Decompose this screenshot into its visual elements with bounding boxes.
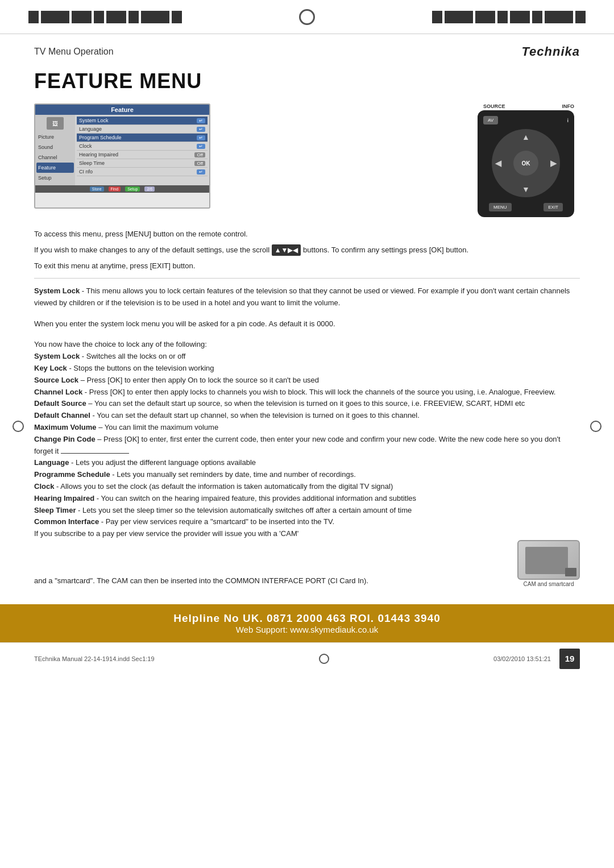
remote-up-arrow[interactable]: ▲: [522, 132, 530, 142]
cam-image-col: CAM and smartcard: [517, 540, 580, 587]
menu-row-cinfo: CI nfo ↵: [77, 168, 208, 176]
btn-setup: Setup: [125, 186, 140, 192]
item-pin-code: When you enter the system lock menu you …: [34, 318, 580, 330]
item-system-lock-desc: System Lock - This menu allows you to lo…: [34, 285, 580, 309]
cam-card-chip: [525, 547, 568, 574]
tv-menu-screenshot: Feature 🖼 Picture Sound Channel Feature …: [34, 103, 210, 209]
sidebar-feature: Feature: [36, 163, 74, 173]
remote-nav-ring: OK ▲ ▼ ◀ ▶: [492, 129, 560, 197]
item-system-lock-sub: System Lock - Switches all the locks on …: [34, 351, 580, 363]
footer-bar: Helpline No UK. 0871 2000 463 ROI. 01443…: [0, 604, 614, 642]
bar-block-r6: [532, 11, 542, 23]
cam-row: and a "smartcard". The CAM can then be i…: [34, 540, 580, 587]
sidebar-channel: Channel: [36, 152, 74, 163]
menu-row-programschedule: Program Schedule ↵: [77, 134, 208, 142]
page-title: FEATURE MENU: [0, 64, 614, 103]
sidebar-setup: Setup: [36, 173, 74, 183]
bottom-reg-mark: [319, 654, 329, 664]
bar-block-8: [172, 11, 182, 23]
item-source-lock: Source Lock – Press [OK] to enter then a…: [34, 375, 580, 387]
menu-row-hearing: Hearing Impaired Off: [77, 151, 208, 159]
file-info: TEchnika Manual 22-14-1914.indd Sec1:19: [34, 655, 155, 662]
menu-row-sleep: Sleep Time Off: [77, 159, 208, 168]
remote-right-arrow[interactable]: ▶: [550, 159, 557, 168]
right-reg-mark: [590, 421, 601, 432]
item-ci-sub2: and a "smartcard". The CAM can then be i…: [34, 575, 512, 587]
bar-block-r2: [445, 11, 473, 23]
item-common-interface: Common Interface - Pay per view services…: [34, 516, 580, 528]
remote-exit-button[interactable]: EXIT: [544, 203, 563, 211]
btn-store: Store: [90, 186, 104, 192]
remote-down-arrow[interactable]: ▼: [522, 185, 530, 194]
bottom-right: 03/02/2010 13:51:21 19: [493, 649, 580, 669]
tv-menu-body: 🖼 Picture Sound Channel Feature Setup Sy…: [35, 115, 209, 185]
remote-nav-area: OK ▲ ▼ ◀ ▶: [492, 129, 560, 197]
scroll-arrows-icon: ▲▼▶◀: [272, 244, 301, 256]
technika-logo: Technika: [521, 44, 580, 59]
remote-ok-button[interactable]: OK: [513, 151, 538, 176]
pin-blank-line: [61, 453, 129, 454]
bar-block-r8: [575, 11, 586, 23]
remote-av-button[interactable]: AV: [483, 116, 498, 124]
remote-top-labels: SOURCE INFO: [478, 103, 580, 109]
bar-block-r1: [432, 11, 442, 23]
tv-menu-icon: 🖼: [47, 117, 64, 130]
remote-bottom-row: MENU EXIT: [483, 203, 569, 211]
item-channel-lock: Channel Lock - Press [OK] to enter then …: [34, 387, 580, 398]
page-number: 19: [559, 649, 580, 669]
remote-i-label: i: [567, 118, 569, 123]
bar-block-7: [141, 11, 169, 23]
center-registration-mark: [299, 9, 315, 25]
bar-block-5: [106, 11, 126, 23]
remote-control: SOURCE INFO AV i OK ▲ ▼ ◀ ▶: [478, 103, 580, 217]
item-max-volume: Maximum Volume – You can limit the maxim…: [34, 422, 580, 434]
item-clock: Clock - Allows you to set the clock (as …: [34, 481, 580, 493]
bar-block-4: [94, 11, 104, 23]
cam-label: CAM and smartcard: [524, 581, 574, 587]
menu-row-systemlock: System Lock ↵: [77, 117, 208, 125]
item-default-channel: Default Channel - You can set the defaul…: [34, 410, 580, 422]
remote-menu-button[interactable]: MENU: [489, 203, 512, 211]
websupport-text: Web Support: www.skymediauk.co.uk: [34, 625, 580, 634]
cam-image: [517, 540, 580, 580]
tv-menu-titlebar: Feature: [35, 105, 209, 115]
remote-body: AV i OK ▲ ▼ ◀ ▶ MENU EXIT: [478, 110, 574, 217]
top-decorative-bar: [0, 0, 614, 34]
item-sleep-timer: Sleep Timer - Lets you set the sleep tim…: [34, 505, 580, 517]
cam-text-col: and a "smartcard". The CAM can then be i…: [34, 575, 512, 587]
item-change-pin: Change Pin Code – Press [OK] to enter, f…: [34, 434, 580, 458]
bar-block-r5: [510, 11, 530, 23]
bar-block-3: [72, 11, 92, 23]
screen-remote-row: Feature 🖼 Picture Sound Channel Feature …: [34, 103, 580, 217]
menu-row-clock: Clock ↵: [77, 142, 208, 151]
tv-menu-bottom-bar: Store Find Setup 2/6: [35, 185, 209, 193]
btn-find: Find: [109, 186, 121, 192]
remote-top-row: AV i: [483, 116, 569, 124]
item-choice-intro: You now have the choice to lock any of t…: [34, 339, 580, 351]
sidebar-sound: Sound: [36, 142, 74, 152]
item-language: Language - Lets you adjust the different…: [34, 457, 580, 469]
remote-left-arrow[interactable]: ◀: [495, 159, 501, 168]
bottom-footer: TEchnika Manual 22-14-1914.indd Sec1:19 …: [0, 642, 614, 675]
bar-block-r4: [497, 11, 508, 23]
divider-1: [34, 278, 580, 279]
item-key-lock: Key Lock - Stops the buttons on the tele…: [34, 363, 580, 375]
menu-row-language: Language ↵: [77, 125, 208, 134]
bottom-center: [319, 654, 329, 664]
item-programme-schedule: Programme Schedule - Lets you manually s…: [34, 469, 580, 481]
paragraph-3: To exit this menu at anytime, press [EXI…: [34, 260, 580, 272]
bar-block-r7: [545, 11, 573, 23]
cam-connector: [565, 568, 576, 576]
tv-menu-main-panel: System Lock ↵ Language ↵ Program Schedul…: [75, 115, 209, 185]
section-label: TV Menu Operation: [34, 47, 114, 57]
top-bar-right-blocks: [432, 11, 586, 23]
item-ci-sub1: If you subscribe to a pay per view servi…: [34, 528, 580, 540]
paragraph-2: If you wish to make changes to any of th…: [34, 244, 580, 256]
btn-page: 2/6: [144, 186, 155, 192]
bar-block-6: [128, 11, 139, 23]
helpline-text: Helpline No UK. 0871 2000 463 ROI. 01443…: [34, 612, 580, 625]
main-content: Feature 🖼 Picture Sound Channel Feature …: [0, 103, 614, 587]
bar-block-r3: [475, 11, 495, 23]
top-bar-left-blocks: [28, 11, 182, 23]
item-hearing-impaired: Hearing Impaired - You can switch on the…: [34, 493, 580, 505]
